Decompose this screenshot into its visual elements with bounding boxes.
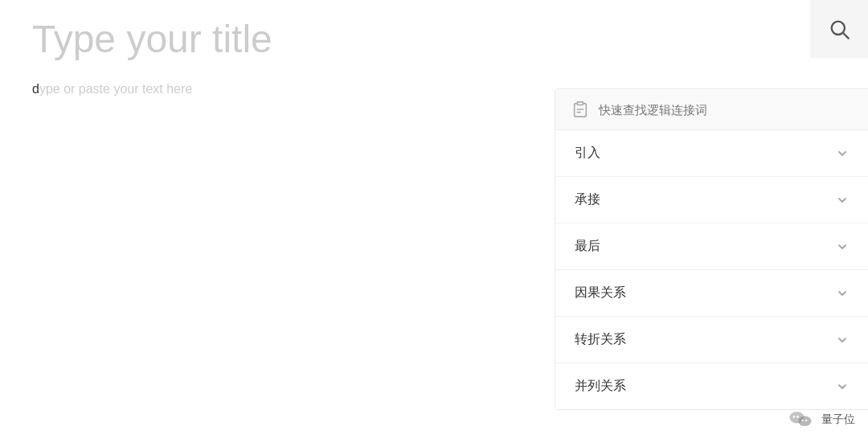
category-item-yinguo[interactable]: 因果关系: [555, 270, 868, 317]
category-label-yinru: 引入: [575, 145, 600, 162]
chevron-down-icon-binglie: [836, 380, 849, 393]
chevron-down-icon-chengjie: [836, 194, 849, 207]
category-label-binglie: 并列关系: [575, 378, 626, 395]
watermark-brand: 量子位: [821, 412, 855, 427]
svg-rect-2: [577, 102, 583, 105]
category-item-zhuanzhe[interactable]: 转折关系: [555, 317, 868, 363]
chevron-down-icon-zuihou: [836, 240, 849, 253]
panel-search-input[interactable]: [599, 103, 852, 117]
category-label-zuihou: 最后: [575, 238, 600, 255]
svg-point-8: [796, 416, 799, 418]
category-list: 引入 承接 最后: [555, 130, 868, 409]
category-label-zhuanzhe: 转折关系: [575, 331, 626, 348]
sidebar-panel: 引入 承接 最后: [555, 88, 868, 410]
category-item-yinru[interactable]: 引入: [555, 130, 868, 177]
editor-cursor-char: d: [32, 82, 39, 96]
clipboard-icon: [571, 100, 589, 118]
category-label-chengjie: 承接: [575, 191, 600, 208]
category-item-binglie[interactable]: 并列关系: [555, 363, 868, 409]
svg-point-6: [798, 416, 811, 427]
editor-placeholder: ype or paste your text here: [39, 82, 192, 96]
svg-point-7: [793, 416, 796, 418]
chevron-down-icon-zhuanzhe: [836, 334, 849, 347]
chevron-down-icon-yinru: [836, 147, 849, 160]
category-item-zuihou[interactable]: 最后: [555, 224, 868, 270]
panel-search-bar[interactable]: [555, 89, 868, 130]
category-item-chengjie[interactable]: 承接: [555, 177, 868, 224]
category-label-yinguo: 因果关系: [575, 285, 626, 301]
chevron-down-icon-yinguo: [836, 287, 849, 300]
watermark: 量子位: [786, 405, 855, 434]
svg-point-9: [802, 420, 804, 421]
page-title[interactable]: Type your title: [32, 16, 836, 63]
main-container: Type your title dype or paste your text …: [0, 0, 868, 447]
svg-point-10: [805, 420, 807, 421]
title-area: Type your title: [0, 0, 868, 71]
wechat-icon: [786, 405, 815, 434]
